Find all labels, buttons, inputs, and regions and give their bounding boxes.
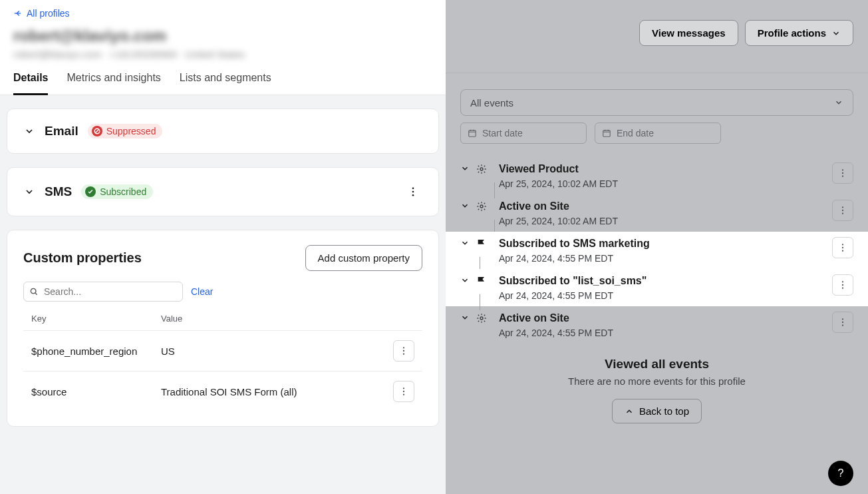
event-row: Subscribed to SMS marketingApr 24, 2024,…: [446, 232, 868, 269]
svg-point-20: [842, 213, 843, 214]
event-collapse-toggle[interactable]: [460, 201, 470, 210]
event-timestamp: Apr 24, 2024, 4:55 PM EDT: [499, 290, 832, 301]
svg-point-24: [842, 281, 843, 282]
event-type-icon: [476, 238, 487, 249]
back-to-top-button[interactable]: Back to top: [612, 399, 702, 423]
custom-property-search[interactable]: [23, 282, 183, 302]
tab-details[interactable]: Details: [13, 72, 48, 95]
event-more-button[interactable]: [832, 312, 853, 333]
svg-point-22: [842, 247, 843, 248]
svg-point-19: [842, 210, 843, 211]
profile-email-title: robert@klaviyo.com: [13, 25, 432, 46]
event-filter-label: All events: [470, 97, 513, 109]
svg-rect-11: [469, 130, 476, 136]
event-more-button[interactable]: [832, 237, 853, 258]
profile-actions-button[interactable]: Profile actions: [745, 20, 853, 46]
svg-point-26: [842, 288, 843, 289]
chevron-up-icon: [625, 407, 634, 416]
chevron-down-icon: [24, 126, 35, 136]
property-value: US: [161, 346, 388, 357]
property-row: $source Traditional SOI SMS Form (all): [23, 371, 422, 411]
chevron-down-icon: [834, 98, 843, 107]
email-channel-card: Email Suppressed: [7, 109, 439, 154]
event-filter-dropdown[interactable]: All events: [460, 89, 853, 116]
property-row-more-button[interactable]: [393, 381, 414, 402]
custom-properties-card: Custom properties Add custom property Cl…: [7, 230, 439, 427]
custom-property-search-input[interactable]: [43, 286, 177, 298]
svg-point-4: [31, 289, 36, 294]
event-row: Viewed ProductApr 25, 2024, 10:02 AM EDT: [460, 157, 853, 194]
calendar-icon: [602, 128, 611, 138]
clear-search-link[interactable]: Clear: [191, 286, 213, 297]
back-link-label: All profiles: [27, 8, 70, 19]
suppressed-icon: [92, 126, 102, 136]
chevron-down-icon: [460, 276, 470, 285]
start-date-input[interactable]: Start date: [460, 123, 587, 144]
event-title: Subscribed to "list_soi_sms": [499, 273, 832, 289]
svg-point-23: [842, 250, 843, 252]
sms-channel-card: SMS Subscribed: [7, 167, 439, 216]
event-more-button[interactable]: [832, 200, 853, 221]
svg-point-3: [412, 194, 414, 196]
event-collapse-toggle[interactable]: [460, 238, 470, 248]
tab-metrics[interactable]: Metrics and insights: [67, 72, 160, 95]
property-value: Traditional SOI SMS Form (all): [161, 386, 388, 397]
svg-point-18: [842, 206, 843, 208]
dots-vertical-icon: [837, 280, 848, 290]
event-more-button[interactable]: [832, 162, 853, 184]
gear-icon: [476, 313, 487, 324]
flag-icon: [476, 276, 487, 286]
svg-point-5: [403, 347, 404, 348]
svg-point-13: [480, 168, 483, 170]
event-row: Active on SiteApr 25, 2024, 10:02 AM EDT: [460, 194, 853, 232]
chevron-down-icon: [460, 238, 470, 248]
events-end-title: Viewed all events: [460, 357, 853, 371]
back-all-profiles-link[interactable]: All profiles: [13, 8, 70, 19]
event-timestamp: Apr 25, 2024, 10:02 AM EDT: [499, 216, 832, 226]
sms-channel-label: SMS: [45, 184, 72, 199]
tab-lists[interactable]: Lists and segments: [180, 72, 271, 95]
gear-icon: [476, 164, 487, 174]
event-collapse-toggle[interactable]: [460, 276, 470, 285]
help-button[interactable]: ?: [828, 461, 853, 486]
add-custom-property-button[interactable]: Add custom property: [305, 245, 422, 271]
svg-point-25: [842, 284, 843, 286]
calendar-icon: [468, 128, 477, 138]
dots-vertical-icon: [398, 386, 409, 397]
sms-collapse-toggle[interactable]: [23, 186, 35, 197]
svg-point-10: [403, 394, 404, 395]
property-row-more-button[interactable]: [393, 340, 414, 362]
svg-point-21: [842, 244, 843, 245]
event-timestamp: Apr 25, 2024, 10:02 AM EDT: [499, 178, 832, 189]
sms-more-button[interactable]: [404, 182, 422, 201]
event-collapse-toggle[interactable]: [460, 164, 470, 173]
event-timestamp: Apr 24, 2024, 4:55 PM EDT: [499, 253, 832, 264]
property-row: $phone_number_region US: [23, 331, 422, 371]
dots-vertical-icon: [837, 242, 848, 253]
chevron-down-icon: [460, 201, 470, 210]
chevron-down-icon: [24, 186, 35, 197]
gear-icon: [476, 201, 487, 212]
arrow-left-icon: [13, 9, 23, 18]
svg-point-15: [842, 172, 843, 174]
event-more-button[interactable]: [832, 274, 853, 296]
flag-icon: [476, 238, 487, 249]
email-status-badge: Suppressed: [88, 124, 163, 138]
svg-point-2: [412, 191, 414, 193]
dots-vertical-icon: [837, 317, 848, 328]
event-collapse-toggle[interactable]: [460, 313, 470, 322]
chevron-down-icon: [831, 29, 841, 38]
svg-point-9: [403, 391, 404, 392]
subscribed-check-icon: [85, 186, 96, 197]
property-key: $phone_number_region: [31, 346, 161, 357]
email-collapse-toggle[interactable]: [23, 126, 35, 136]
event-type-icon: [476, 276, 487, 286]
dots-vertical-icon: [398, 346, 409, 356]
col-header-value: Value: [161, 314, 414, 324]
view-messages-button[interactable]: View messages: [639, 20, 738, 46]
svg-point-17: [480, 205, 483, 208]
svg-point-16: [842, 176, 843, 177]
end-date-input[interactable]: End date: [595, 123, 721, 144]
svg-point-7: [403, 354, 404, 355]
property-key: $source: [31, 386, 161, 397]
